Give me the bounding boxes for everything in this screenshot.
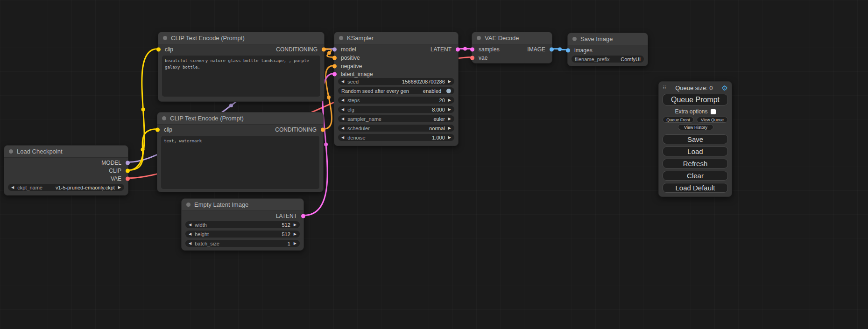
widget-value: 20 xyxy=(439,98,445,103)
conditioning-output-dot[interactable] xyxy=(321,127,325,132)
node-ksampler[interactable]: KSampler model positive negative latent_… xyxy=(334,32,459,146)
clip-output-dot[interactable] xyxy=(126,168,130,173)
increment-arrow-icon[interactable]: ▶ xyxy=(294,223,296,227)
collapse-dot-icon[interactable] xyxy=(572,37,577,41)
node-titlebar[interactable]: VAE Decode xyxy=(472,32,552,44)
clear-button[interactable]: Clear xyxy=(663,171,728,181)
input-slot-positive: positive xyxy=(334,54,360,62)
widget-value: 156680208700286 xyxy=(402,79,445,84)
sampler-name-widget[interactable]: ◀ sampler_name euler ▶ xyxy=(338,115,454,122)
prompt-textarea[interactable]: beautiful scenery nature glass bottle la… xyxy=(162,56,320,97)
node-titlebar[interactable]: CLIP Text Encode (Prompt) xyxy=(158,32,324,44)
output-slot-image: IMAGE xyxy=(527,45,552,53)
queue-panel: ⠿ Queue size: 0 ⚙ Queue Prompt Extra opt… xyxy=(658,81,732,197)
settings-gear-icon[interactable]: ⚙ xyxy=(722,84,728,91)
increment-arrow-icon[interactable]: ▶ xyxy=(448,98,451,102)
decrement-arrow-icon[interactable]: ◀ xyxy=(341,108,344,112)
decrement-arrow-icon[interactable]: ◀ xyxy=(341,136,344,140)
node-titlebar[interactable]: CLIP Text Encode (Prompt) xyxy=(157,112,323,125)
denoise-widget[interactable]: ◀ denoise 1.000 ▶ xyxy=(338,134,454,141)
node-vae-decode[interactable]: VAE Decode samples vae IMAGE xyxy=(472,32,552,63)
model-output-dot[interactable] xyxy=(126,161,130,165)
node-clip-text-encode-positive[interactable]: CLIP Text Encode (Prompt) clip CONDITION… xyxy=(158,32,325,102)
node-empty-latent-image[interactable]: Empty Latent Image LATENT ◀ width 512 ▶ … xyxy=(181,198,304,251)
save-button[interactable]: Save xyxy=(663,134,728,144)
ckpt-name-widget[interactable]: ◀ ckpt_name v1-5-pruned-emaonly.ckpt ▶ xyxy=(8,184,124,191)
node-titlebar[interactable]: Save Image xyxy=(568,33,648,45)
node-graph-canvas[interactable]: Load Checkpoint MODEL CLIP VAE ◀ ckpt_na… xyxy=(0,0,868,329)
scheduler-widget[interactable]: ◀ scheduler normal ▶ xyxy=(338,125,454,132)
latent-output-dot[interactable] xyxy=(456,47,460,51)
increment-arrow-icon[interactable]: ▶ xyxy=(294,232,296,236)
view-queue-button[interactable]: View Queue xyxy=(697,117,728,123)
collapse-dot-icon[interactable] xyxy=(477,36,481,40)
random-seed-toggle-widget[interactable]: Random seed after every gen enabled xyxy=(338,87,454,94)
decrement-arrow-icon[interactable]: ◀ xyxy=(189,223,191,227)
decrement-arrow-icon[interactable]: ◀ xyxy=(189,242,191,245)
increment-arrow-icon[interactable]: ▶ xyxy=(448,108,451,112)
images-input-dot[interactable] xyxy=(566,48,570,52)
widget-value: 1 xyxy=(288,241,290,246)
latent-image-input-dot[interactable] xyxy=(332,72,337,76)
collapse-dot-icon[interactable] xyxy=(339,36,343,40)
vae-output-dot[interactable] xyxy=(126,176,130,181)
refresh-button[interactable]: Refresh xyxy=(663,159,728,168)
extra-options-checkbox[interactable] xyxy=(711,109,716,114)
decrement-arrow-icon[interactable]: ◀ xyxy=(189,232,191,236)
filename-prefix-widget[interactable]: filename_prefix ComfyUI xyxy=(572,56,644,63)
decrement-arrow-icon[interactable]: ◀ xyxy=(341,98,344,102)
wire-midpoint-dot xyxy=(141,108,145,112)
samples-input-dot[interactable] xyxy=(470,47,474,51)
positive-input-dot[interactable] xyxy=(332,56,337,60)
model-input-dot[interactable] xyxy=(332,47,337,51)
slot-label: vae xyxy=(479,55,487,61)
widget-value: normal xyxy=(429,126,445,131)
clip-input-dot[interactable] xyxy=(155,127,160,132)
node-load-checkpoint[interactable]: Load Checkpoint MODEL CLIP VAE ◀ ckpt_na… xyxy=(4,145,128,196)
conditioning-output-dot[interactable] xyxy=(322,47,326,51)
collapse-dot-icon[interactable] xyxy=(162,116,166,120)
decrement-arrow-icon[interactable]: ◀ xyxy=(341,117,344,121)
node-title: CLIP Text Encode (Prompt) xyxy=(171,35,245,42)
clip-input-dot[interactable] xyxy=(156,47,161,51)
node-save-image[interactable]: Save Image images filename_prefix ComfyU… xyxy=(567,33,648,66)
collapse-dot-icon[interactable] xyxy=(163,36,167,40)
seed-widget[interactable]: ◀ seed 156680208700286 ▶ xyxy=(338,78,454,85)
node-title: CLIP Text Encode (Prompt) xyxy=(170,115,244,122)
queue-size-label: Queue size: 0 xyxy=(666,84,721,91)
batch-size-widget[interactable]: ◀ batch_size 1 ▶ xyxy=(185,240,300,247)
collapse-dot-icon[interactable] xyxy=(186,203,191,207)
node-titlebar[interactable]: Empty Latent Image xyxy=(182,199,303,211)
load-default-button[interactable]: Load Default xyxy=(663,183,728,193)
node-titlebar[interactable]: Load Checkpoint xyxy=(4,146,128,158)
increment-arrow-icon[interactable]: ▶ xyxy=(448,117,451,121)
decrement-arrow-icon[interactable]: ◀ xyxy=(341,126,344,130)
steps-widget[interactable]: ◀ steps 20 ▶ xyxy=(338,97,454,104)
node-clip-text-encode-negative[interactable]: CLIP Text Encode (Prompt) clip CONDITION… xyxy=(157,112,324,192)
increment-arrow-icon[interactable]: ▶ xyxy=(294,242,296,245)
wire-midpoint-dot xyxy=(141,148,145,152)
output-slot-model: MODEL xyxy=(101,159,128,167)
image-output-dot[interactable] xyxy=(550,47,554,51)
prompt-textarea[interactable]: text, watermark xyxy=(161,136,319,189)
decrement-arrow-icon[interactable]: ◀ xyxy=(11,186,14,189)
queue-prompt-button[interactable]: Queue Prompt xyxy=(663,94,728,105)
height-widget[interactable]: ◀ height 512 ▶ xyxy=(185,231,300,238)
increment-arrow-icon[interactable]: ▶ xyxy=(448,80,451,84)
increment-arrow-icon[interactable]: ▶ xyxy=(118,186,121,189)
width-widget[interactable]: ◀ width 512 ▶ xyxy=(185,221,300,228)
drag-handle-icon[interactable]: ⠿ xyxy=(663,85,666,91)
increment-arrow-icon[interactable]: ▶ xyxy=(448,126,451,130)
latent-output-dot[interactable] xyxy=(301,214,305,218)
load-button[interactable]: Load xyxy=(663,147,728,156)
negative-input-dot[interactable] xyxy=(332,64,337,68)
view-history-button[interactable]: View History xyxy=(678,124,713,130)
vae-input-dot[interactable] xyxy=(470,56,474,60)
collapse-dot-icon[interactable] xyxy=(9,149,13,154)
cfg-widget[interactable]: ◀ cfg 8.000 ▶ xyxy=(338,106,454,113)
queue-front-button[interactable]: Queue Front xyxy=(663,117,694,123)
toggle-dot[interactable] xyxy=(446,89,451,93)
node-titlebar[interactable]: KSampler xyxy=(334,32,458,44)
decrement-arrow-icon[interactable]: ◀ xyxy=(341,80,344,84)
increment-arrow-icon[interactable]: ▶ xyxy=(448,136,451,140)
